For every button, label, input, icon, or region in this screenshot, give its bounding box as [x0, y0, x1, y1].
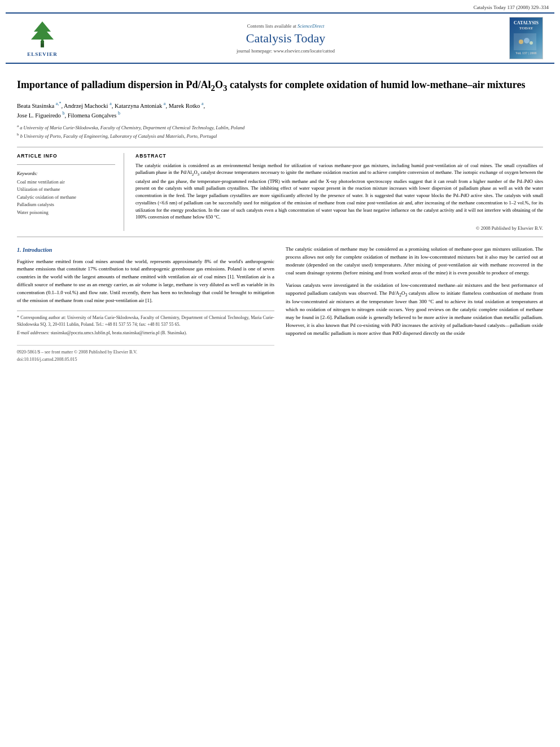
info-columns: ARTICLE INFO Keywords: Coal mine ventila… [17, 153, 543, 231]
sciencedirect-link[interactable]: ScienceDirect [298, 23, 324, 29]
journal-citation: Catalysis Today 137 (2008) 329–334 [0, 0, 560, 12]
elsevier-tree-icon [25, 19, 59, 50]
svg-point-5 [530, 41, 533, 45]
separator-affiliations [17, 147, 543, 147]
abstract-header: ABSTRACT [135, 153, 543, 159]
footnote-area: * Corresponding author at: University of… [17, 311, 274, 337]
body-columns: 1. Introduction Fugitive methane emitted… [17, 246, 543, 363]
sciencedirect-line: Contents lists available at ScienceDirec… [73, 23, 498, 29]
keywords-label: Keywords: [17, 171, 115, 176]
affiliations: a a University of Maria Curie-Sklodowska… [17, 123, 543, 139]
keyword-1: Coal mine ventilation air [17, 178, 115, 186]
authors-line: Beata Stasinska a,*, Andrzej Machocki a,… [17, 101, 543, 120]
intro-para-3: Various catalysts were investigated in t… [286, 282, 543, 338]
journal-cover-image: CATALYSIS TODAY Vol. 137 | 2008 [509, 17, 543, 59]
keywords-list: Coal mine ventilation air Utilization of… [17, 178, 115, 217]
keyword-4: Palladium catalysts [17, 201, 115, 209]
footer-area: 0920-5861/$ – see front matter © 2008 Pu… [17, 345, 274, 363]
journal-center: Contents lists available at ScienceDirec… [68, 23, 504, 54]
page: Catalysis Today 137 (2008) 329–334 ELSEV… [0, 0, 560, 374]
abstract-column: ABSTRACT The catalytic oxidation is cons… [135, 153, 543, 231]
journal-cover: CATALYSIS TODAY Vol. 137 | 2008 [504, 17, 543, 59]
citation-text: Catalysis Today 137 (2008) 329–334 [474, 5, 549, 10]
svg-point-2 [41, 43, 44, 47]
article-info-column: ARTICLE INFO Keywords: Coal mine ventila… [17, 153, 124, 231]
svg-point-4 [524, 38, 530, 43]
separator-article-info [17, 164, 115, 165]
svg-point-3 [519, 40, 523, 44]
footer-doi: doi:10.1016/j.cattod.2008.05.015 [17, 356, 274, 363]
separator-body [17, 237, 543, 237]
journal-homepage: journal homepage: www.elsevier.com/locat… [73, 48, 498, 54]
article-title: Importance of palladium dispersion in Pd… [17, 78, 543, 94]
section1-heading: 1. Introduction [17, 246, 274, 255]
intro-para-1: Fugitive methane emitted from coal mines… [17, 258, 274, 305]
intro-para-2: The catalytic oxidation of methane may b… [286, 246, 543, 277]
body-column-left: 1. Introduction Fugitive methane emitted… [17, 246, 274, 363]
journal-banner: ELSEVIER Contents lists available at Sci… [6, 12, 554, 64]
keyword-2: Utilization of methane [17, 186, 115, 194]
abstract-text: The catalytic oxidation is considered as… [135, 162, 543, 221]
svg-marker-1 [31, 21, 54, 41]
journal-title-banner: Catalysis Today [73, 31, 498, 46]
elsevier-label: ELSEVIER [27, 51, 58, 57]
elsevier-logo: ELSEVIER [17, 19, 68, 57]
footer-issn: 0920-5861/$ – see front matter © 2008 Pu… [17, 349, 274, 356]
copyright-line: © 2008 Published by Elsevier B.V. [135, 225, 543, 231]
body-column-right: The catalytic oxidation of methane may b… [286, 246, 543, 363]
keyword-5: Water poisoning [17, 209, 115, 217]
footnote-star: * Corresponding author at: University of… [17, 314, 274, 328]
article-info-header: ARTICLE INFO [17, 153, 115, 159]
keyword-3: Catalytic oxidation of methane [17, 194, 115, 202]
article-content: Importance of palladium dispersion in Pd… [0, 64, 560, 374]
footnote-email: E-mail addresses: stasinska@poczta.umcs.… [17, 330, 274, 337]
